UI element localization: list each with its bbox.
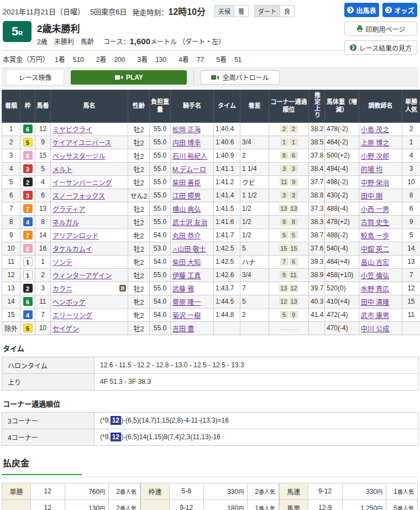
- sex-age-cell: 牝2: [128, 255, 150, 268]
- trainer-name-link[interactable]: 小笠 倫弘: [361, 272, 389, 280]
- corner-section-title: コーナー通過順位: [3, 398, 418, 409]
- track-condition-chip: ダート良: [254, 5, 295, 17]
- trainer-name-link[interactable]: 畠山 吉宏: [361, 259, 389, 267]
- frame-cell: 6: [20, 122, 35, 136]
- jockey-name-link[interactable]: 丸田 恭介: [172, 232, 201, 240]
- jockey-name-link[interactable]: 菅原 隆一: [172, 299, 201, 306]
- jockey-name-link[interactable]: 菊沢 一樹: [172, 312, 201, 320]
- horse-name-link[interactable]: ミヤビクライ: [53, 126, 92, 134]
- patrol-video-button[interactable]: 全周パトロール: [201, 70, 279, 85]
- horse-name-link[interactable]: グラディア: [53, 206, 85, 214]
- body-weight-cell: 478(+2): [325, 215, 359, 228]
- jockey-name-link[interactable]: 江田 照男: [172, 192, 201, 200]
- horse-name-link[interactable]: アリアンロッド: [53, 232, 99, 240]
- jockey-name-link[interactable]: △山田 敬士: [172, 246, 206, 253]
- horse-name-link[interactable]: スノーフォックス: [53, 192, 105, 200]
- trainer-name-link[interactable]: 田中 清隆: [361, 299, 389, 306]
- time-cell: 1:44.8: [214, 308, 240, 321]
- jockey-name-link[interactable]: 内田 博幸: [172, 139, 201, 147]
- trainer-name-link[interactable]: 小島 茂之: [361, 126, 389, 134]
- trainer-name-link[interactable]: 上原 博之: [361, 139, 389, 147]
- corner-position-cell: 86: [269, 149, 309, 162]
- results-column-header: タイム: [214, 90, 240, 123]
- carried-weight-cell: 54.0: [150, 295, 171, 308]
- frame-cell: 8: [20, 242, 35, 255]
- time-row-value: 4F 51.3 - 3F 38.3: [95, 373, 418, 390]
- jockey-name-link[interactable]: 伊藤 工真: [172, 272, 201, 280]
- horse-name-link[interactable]: タケルカムイ: [53, 246, 92, 253]
- horse-name-link[interactable]: ネルガル: [53, 219, 79, 227]
- jockey-name-link[interactable]: 柴田 善臣: [172, 179, 201, 187]
- jockey-name-link[interactable]: 横山 典弘: [172, 206, 201, 214]
- trainer-cell: 鮫島 一歩: [359, 228, 402, 242]
- trainer-name-link[interactable]: 中舘 英二: [361, 246, 389, 253]
- horse-name-link[interactable]: セイゲン: [53, 325, 79, 333]
- trainer-name-link[interactable]: 武市 康男: [361, 312, 389, 320]
- trainer-name-link[interactable]: 小西 一男: [361, 206, 389, 214]
- horse-name-link[interactable]: ケイアイユニバース: [53, 139, 111, 147]
- race-date: 2021年11月21日（日曜）: [3, 6, 85, 17]
- horse-name-link[interactable]: ウィンターアゲイン: [53, 272, 112, 280]
- carried-weight-cell: 54.0: [150, 308, 171, 321]
- jockey-name-link[interactable]: 武藤 雅: [172, 285, 194, 293]
- margin-cell: クビ: [240, 175, 269, 189]
- frame-number-badge: 1: [23, 270, 33, 279]
- horse-name-link[interactable]: エリーリング: [53, 312, 92, 320]
- payout-group-table: 枠連5-6330円2番人気ワイド9-12180円1番人気12-15520円6番人…: [140, 483, 279, 510]
- win-popularity-cell: 15: [402, 295, 420, 308]
- finish-position-cell: 11: [2, 255, 20, 268]
- trainer-name-link[interactable]: 古賀 史生: [361, 219, 389, 227]
- horse-name-link[interactable]: ヘンボッケ: [53, 299, 86, 306]
- results-column-header: コーナー通過順位: [269, 90, 309, 123]
- corner-position-box: 8: [290, 218, 298, 226]
- horse-name-link[interactable]: メルト: [53, 166, 72, 174]
- horse-number-cell: 12: [35, 122, 51, 136]
- play-button[interactable]: PLAY: [71, 70, 187, 85]
- jockey-name-link[interactable]: 柴田 大知: [172, 259, 201, 267]
- jockey-name-link[interactable]: 武士沢 友治: [172, 219, 207, 227]
- horse-name-link[interactable]: イーサンバーニング: [53, 179, 112, 187]
- jockey-cell: 内田 博幸: [171, 136, 214, 149]
- horse-name-cell: タケルカムイ: [51, 242, 128, 255]
- trainer-name-link[interactable]: 中野 栄治: [361, 179, 389, 187]
- trainer-name-link[interactable]: 鮫島 一歩: [361, 232, 389, 240]
- body-weight-cell: 488(-2): [325, 228, 359, 242]
- result-guide-button[interactable]: ❯レース結果の見方: [344, 40, 417, 55]
- time-cell: 1:44.5: [214, 295, 240, 308]
- jockey-name-link[interactable]: M.デムーロ: [172, 166, 206, 174]
- trainer-name-link[interactable]: 中川 公成: [361, 325, 389, 333]
- print-page-button[interactable]: 印刷用ページ: [344, 22, 417, 36]
- payout-row: 馬連9-12330円1番人気: [280, 483, 418, 499]
- time-cell: 1:42.6: [214, 268, 240, 282]
- trainer-name-link[interactable]: 田中 剛: [361, 192, 382, 200]
- trainer-name-link[interactable]: 水野 貴広: [361, 285, 389, 293]
- trainer-cell: 中舘 英二: [359, 242, 402, 255]
- horse-name-link[interactable]: ソンテ: [53, 259, 72, 267]
- frame-cell: 4: [20, 215, 35, 228]
- corner-position-cell: 55: [269, 228, 309, 242]
- jockey-name-link[interactable]: 吉田 豊: [172, 325, 194, 333]
- last-3f-cell: 37.8: [309, 149, 325, 162]
- prize-place: 1着: [55, 56, 65, 64]
- corner-position-cell: 22: [269, 122, 309, 136]
- horse-name-link[interactable]: ベッサスタージル: [53, 153, 106, 160]
- result-row: 除外510セイゲン牡255.0吉田 豊470(-4)中川 公成: [2, 321, 420, 335]
- shutsuba-button[interactable]: ❯出馬表: [344, 3, 379, 17]
- jockey-cell: 武藤 雅: [171, 282, 214, 295]
- corner-row-label: 3コーナー: [2, 412, 95, 429]
- odds-button[interactable]: ❯オッズ: [382, 3, 417, 17]
- prize-place: 5着: [216, 56, 227, 64]
- trainer-name-link[interactable]: 的場 均: [361, 166, 382, 174]
- win-popularity-cell: 13: [402, 255, 420, 268]
- prize-item: 1着510: [55, 56, 94, 64]
- corner-position-cell: 1313: [269, 202, 309, 215]
- jockey-name-link[interactable]: 石川 裕紀人: [172, 153, 207, 160]
- payout-group-table: 馬連9-12330円1番人気馬単12-91,250円5番人気3連複9-12-15…: [279, 483, 418, 510]
- last-3f-cell: 38.3: [309, 215, 325, 228]
- horse-name-link[interactable]: カラニ: [53, 285, 72, 293]
- last-3f-cell: 38.7: [309, 228, 325, 242]
- trainer-name-link[interactable]: 小野 次郎: [361, 153, 389, 160]
- race-video-label: レース映像: [6, 69, 64, 85]
- jockey-name-link[interactable]: 松岡 正海: [172, 126, 201, 134]
- corner-position-box: 5: [290, 231, 298, 239]
